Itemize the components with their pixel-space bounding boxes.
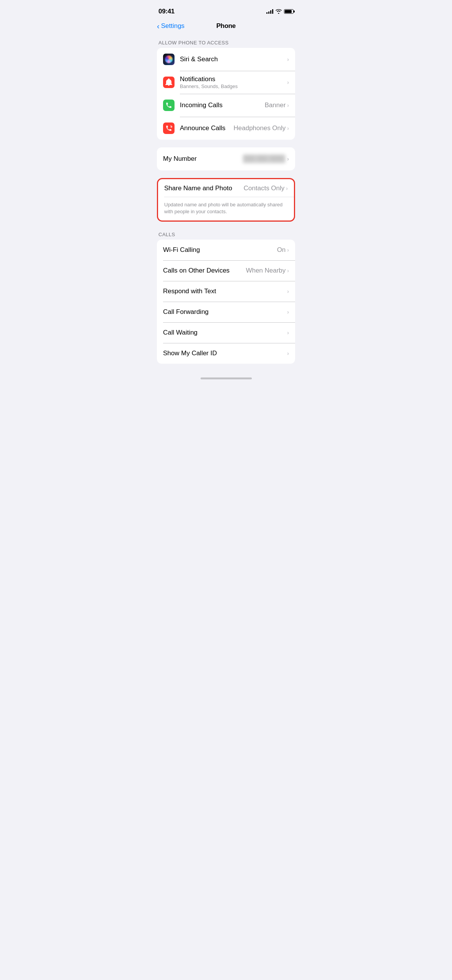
back-button[interactable]: ‹ Settings	[157, 22, 184, 30]
notifications-row-title: Notifications	[180, 75, 284, 83]
incoming-calls-row[interactable]: Incoming Calls Banner ›	[157, 94, 295, 117]
share-name-note: Updated name and photo will be automatic…	[158, 197, 294, 220]
show-caller-id-right: ›	[287, 350, 289, 356]
calls-header: CALLS	[151, 229, 301, 240]
status-bar: 09:41	[151, 0, 301, 19]
incoming-calls-row-right: Banner ›	[265, 101, 289, 109]
announce-calls-row[interactable]: Announce Calls Headphones Only ›	[157, 117, 295, 140]
my-number-row[interactable]: My Number 555 555 5555 ›	[157, 147, 295, 170]
siri-row-title: Siri & Search	[180, 56, 284, 63]
share-name-title: Share Name and Photo	[164, 185, 241, 192]
announce-calls-row-title: Announce Calls	[180, 124, 230, 132]
share-name-chevron-icon: ›	[286, 185, 288, 191]
respond-text-chevron-icon: ›	[287, 288, 289, 294]
battery-icon	[284, 9, 294, 14]
show-caller-id-chevron-icon: ›	[287, 350, 289, 356]
share-name-row[interactable]: Share Name and Photo Contacts Only ›	[158, 179, 294, 197]
calls-group: Wi-Fi Calling On › Calls on Other Device…	[157, 240, 295, 364]
my-number-content: My Number	[163, 155, 240, 163]
siri-search-row[interactable]: Siri & Search ›	[157, 48, 295, 71]
announce-calls-chevron-icon: ›	[287, 125, 289, 131]
incoming-calls-chevron-icon: ›	[287, 102, 289, 108]
status-icons	[266, 9, 294, 14]
content: ALLOW PHONE TO ACCESS Siri & Search ›	[151, 34, 301, 374]
incoming-calls-row-title: Incoming Calls	[180, 101, 262, 109]
siri-row-content: Siri & Search	[180, 56, 284, 63]
notifications-row-subtitle: Banners, Sounds, Badges	[180, 83, 284, 89]
notifications-row-content: Notifications Banners, Sounds, Badges	[180, 75, 284, 89]
home-indicator	[151, 374, 301, 382]
wifi-icon	[276, 9, 282, 14]
home-bar	[201, 377, 252, 379]
calls-other-devices-value: When Nearby	[246, 267, 286, 274]
my-number-right: 555 555 5555 ›	[243, 154, 289, 163]
calls-other-devices-row[interactable]: Calls on Other Devices When Nearby ›	[157, 260, 295, 281]
announce-calls-row-right: Headphones Only ›	[233, 124, 289, 132]
share-name-photo-group: Share Name and Photo Contacts Only › Upd…	[157, 178, 295, 222]
incoming-calls-row-content: Incoming Calls	[180, 101, 262, 109]
show-caller-id-row[interactable]: Show My Caller ID ›	[157, 343, 295, 364]
back-label: Settings	[161, 22, 184, 30]
page-title: Phone	[216, 22, 235, 30]
call-forwarding-title: Call Forwarding	[163, 308, 284, 316]
siri-icon	[163, 54, 175, 65]
wifi-calling-row[interactable]: Wi-Fi Calling On ›	[157, 240, 295, 260]
share-name-right: Contacts Only ›	[244, 185, 288, 192]
notifications-row[interactable]: Notifications Banners, Sounds, Badges ›	[157, 71, 295, 94]
calls-other-devices-chevron-icon: ›	[287, 268, 289, 274]
wifi-calling-chevron-icon: ›	[287, 247, 289, 253]
respond-text-right: ›	[287, 288, 289, 294]
show-caller-id-title: Show My Caller ID	[163, 350, 284, 357]
my-number-title: My Number	[163, 155, 240, 163]
allow-access-group: Siri & Search › Notifications Banners, S…	[157, 48, 295, 140]
call-forwarding-chevron-icon: ›	[287, 309, 289, 315]
call-forwarding-right: ›	[287, 309, 289, 315]
share-name-content: Share Name and Photo	[164, 185, 241, 192]
call-waiting-title: Call Waiting	[163, 329, 284, 336]
incoming-calls-icon	[163, 100, 175, 111]
siri-row-right: ›	[287, 56, 289, 62]
signal-icon	[266, 9, 273, 14]
share-name-value: Contacts Only	[244, 185, 285, 192]
call-waiting-row[interactable]: Call Waiting ›	[157, 322, 295, 343]
wifi-calling-right: On ›	[277, 246, 289, 254]
back-chevron-icon: ‹	[157, 22, 160, 30]
siri-chevron-icon: ›	[287, 56, 289, 62]
respond-text-row[interactable]: Respond with Text ›	[157, 281, 295, 302]
calls-other-devices-right: When Nearby ›	[246, 267, 289, 274]
my-number-value: 555 555 5555	[243, 154, 286, 163]
nav-bar: ‹ Settings Phone	[151, 19, 301, 34]
my-number-chevron-icon: ›	[287, 156, 289, 162]
respond-text-title: Respond with Text	[163, 287, 284, 295]
my-number-group: My Number 555 555 5555 ›	[157, 147, 295, 170]
calls-other-devices-title: Calls on Other Devices	[163, 267, 243, 274]
call-forwarding-row[interactable]: Call Forwarding ›	[157, 302, 295, 322]
call-waiting-right: ›	[287, 330, 289, 336]
notifications-chevron-icon: ›	[287, 79, 289, 85]
notifications-row-right: ›	[287, 79, 289, 85]
notifications-icon	[163, 77, 175, 88]
call-waiting-chevron-icon: ›	[287, 330, 289, 336]
announce-calls-value: Headphones Only	[233, 124, 286, 132]
wifi-calling-value: On	[277, 246, 286, 254]
announce-calls-row-content: Announce Calls	[180, 124, 230, 132]
wifi-calling-title: Wi-Fi Calling	[163, 246, 274, 254]
status-time: 09:41	[158, 8, 175, 15]
incoming-calls-value: Banner	[265, 101, 286, 109]
announce-calls-icon	[163, 122, 175, 134]
allow-access-header: ALLOW PHONE TO ACCESS	[151, 38, 301, 48]
